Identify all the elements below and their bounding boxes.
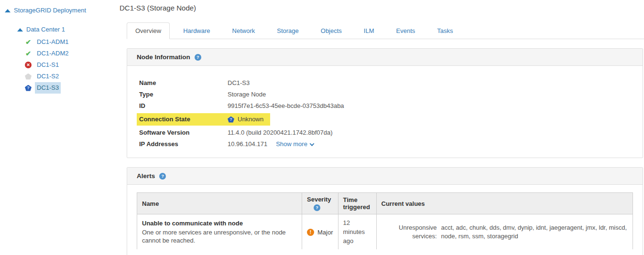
column-header-current-values: Current values bbox=[376, 193, 633, 214]
site-label: Data Center 1 bbox=[26, 24, 65, 35]
alert-row[interactable]: Unable to communicate with node One or m… bbox=[137, 214, 633, 250]
tab-objects[interactable]: Objects bbox=[312, 22, 350, 39]
tree-item-deployment[interactable]: StorageGRID Deployment bbox=[5, 5, 120, 16]
field-id: ID 9915f7e1-6c53-45ee-bcde-03753db43aba bbox=[127, 100, 643, 112]
tab-hardware[interactable]: Hardware bbox=[175, 22, 218, 39]
tab-storage[interactable]: Storage bbox=[268, 22, 307, 39]
grid-topology-tree: StorageGRID Deployment Data Center 1 ✔ D… bbox=[0, 0, 120, 255]
node-label: DC1-ADM1 bbox=[35, 36, 70, 48]
field-label: Name bbox=[139, 79, 228, 87]
alert-severity-cell: ! Major bbox=[302, 214, 338, 250]
field-connection-state: Connection State ? Unknown bbox=[127, 112, 643, 127]
column-header-name: Name bbox=[137, 193, 302, 214]
field-name: Name DC1-S3 bbox=[127, 77, 643, 89]
collapse-caret-icon[interactable] bbox=[5, 9, 11, 12]
alerts-table: Name Severity ? Time triggered Current v… bbox=[137, 192, 633, 249]
deployment-label: StorageGRID Deployment bbox=[14, 5, 86, 16]
node-information-header: Node Information ? bbox=[127, 49, 643, 66]
show-more-link[interactable]: Show more bbox=[276, 140, 314, 149]
node-information-panel: Node Information ? Name DC1-S3 Type Stor… bbox=[127, 48, 643, 158]
connected-check-icon: ✔ bbox=[25, 50, 32, 57]
tree-item-node-dc1-adm2[interactable]: ✔ DC1-ADM2 bbox=[25, 48, 120, 59]
admin-down-pentagon-icon bbox=[25, 73, 32, 80]
connected-check-icon: ✔ bbox=[25, 39, 32, 45]
field-ip-addresses: IP Addresses 10.96.104.171 Show more bbox=[127, 138, 643, 150]
column-header-time-triggered: Time triggered bbox=[338, 193, 376, 214]
field-label: Connection State bbox=[139, 115, 228, 124]
field-value: 9915f7e1-6c53-45ee-bcde-03753db43aba bbox=[228, 102, 344, 110]
current-values-label: Unresponsive services: bbox=[393, 223, 437, 241]
field-value: 11.4.0 (build 20200421.1742.8bf07da) bbox=[228, 128, 333, 137]
current-values-list: acct, adc, chunk, dds, dmv, dynip, idnt,… bbox=[441, 223, 628, 241]
tab-network[interactable]: Network bbox=[224, 22, 264, 39]
node-tabs: Overview Hardware Network Storage Object… bbox=[127, 22, 644, 39]
node-label: DC1-S2 bbox=[35, 71, 61, 82]
field-label: Software Version bbox=[139, 128, 228, 137]
field-label: Type bbox=[139, 90, 228, 99]
unknown-pentagon-icon: ? bbox=[25, 85, 32, 91]
tree-item-node-dc1-s3[interactable]: ? DC1-S3 bbox=[25, 82, 120, 94]
tab-overview[interactable]: Overview bbox=[127, 22, 170, 39]
page-title: DC1-S3 (Storage Node) bbox=[120, 0, 644, 12]
chevron-down-icon bbox=[309, 141, 314, 146]
help-icon[interactable]: ? bbox=[314, 204, 320, 211]
tab-tasks[interactable]: Tasks bbox=[428, 22, 461, 39]
node-information-title: Node Information bbox=[137, 53, 190, 61]
field-label: ID bbox=[139, 102, 228, 110]
field-value: DC1-S3 bbox=[228, 79, 250, 87]
alerts-header: Alerts ? bbox=[127, 168, 643, 185]
tree-item-node-dc1-adm1[interactable]: ✔ DC1-ADM1 bbox=[25, 36, 120, 48]
field-software-version: Software Version 11.4.0 (build 20200421.… bbox=[127, 127, 643, 138]
help-icon[interactable]: ? bbox=[159, 173, 166, 180]
node-list: ✔ DC1-ADM1 ✔ DC1-ADM2 ✕ DC1-S1 DC1-S2 ? … bbox=[25, 36, 120, 94]
tree-item-site[interactable]: Data Center 1 bbox=[17, 24, 120, 35]
alert-current-values-cell: Unresponsive services: acct, adc, chunk,… bbox=[376, 214, 633, 250]
alert-name-cell: Unable to communicate with node One or m… bbox=[137, 214, 302, 250]
alerts-body: Name Severity ? Time triggered Current v… bbox=[127, 185, 643, 255]
connection-state-text: Unknown bbox=[238, 115, 263, 124]
connection-state-highlight: Connection State ? Unknown bbox=[137, 113, 270, 126]
alert-description: One or more services are unresponsive, o… bbox=[142, 228, 297, 244]
node-label: DC1-ADM2 bbox=[35, 48, 70, 59]
node-label: DC1-S1 bbox=[35, 59, 61, 71]
alert-name: Unable to communicate with node bbox=[142, 220, 297, 227]
major-severity-icon: ! bbox=[307, 229, 314, 236]
alerts-title: Alerts bbox=[137, 172, 155, 180]
ip-address-value: 10.96.104.171 bbox=[228, 140, 267, 149]
collapse-caret-icon[interactable] bbox=[17, 28, 23, 32]
help-icon[interactable]: ? bbox=[195, 54, 201, 61]
unknown-pentagon-icon: ? bbox=[228, 117, 234, 123]
main-content: DC1-S3 (Storage Node) Overview Hardware … bbox=[120, 0, 644, 255]
error-circle-icon: ✕ bbox=[25, 62, 32, 68]
alerts-table-header-row: Name Severity ? Time triggered Current v… bbox=[137, 193, 633, 214]
node-information-body: Name DC1-S3 Type Storage Node ID 9915f7e… bbox=[127, 66, 643, 158]
connection-state-value: ? Unknown bbox=[228, 115, 263, 124]
tab-events[interactable]: Events bbox=[388, 22, 424, 39]
tree-item-node-dc1-s2[interactable]: DC1-S2 bbox=[25, 71, 120, 82]
node-label: DC1-S3 bbox=[35, 82, 61, 94]
alert-time-cell: 12 minutes ago bbox=[338, 214, 376, 250]
tab-ilm[interactable]: ILM bbox=[355, 22, 383, 39]
field-value: Storage Node bbox=[228, 90, 266, 99]
column-header-severity: Severity ? bbox=[302, 193, 338, 214]
alerts-panel: Alerts ? Name Severity ? Time triggered … bbox=[127, 167, 643, 255]
field-type: Type Storage Node bbox=[127, 89, 643, 100]
tree-item-node-dc1-s1[interactable]: ✕ DC1-S1 bbox=[25, 59, 120, 71]
severity-label: Major bbox=[317, 229, 333, 236]
field-label: IP Addresses bbox=[139, 140, 228, 149]
